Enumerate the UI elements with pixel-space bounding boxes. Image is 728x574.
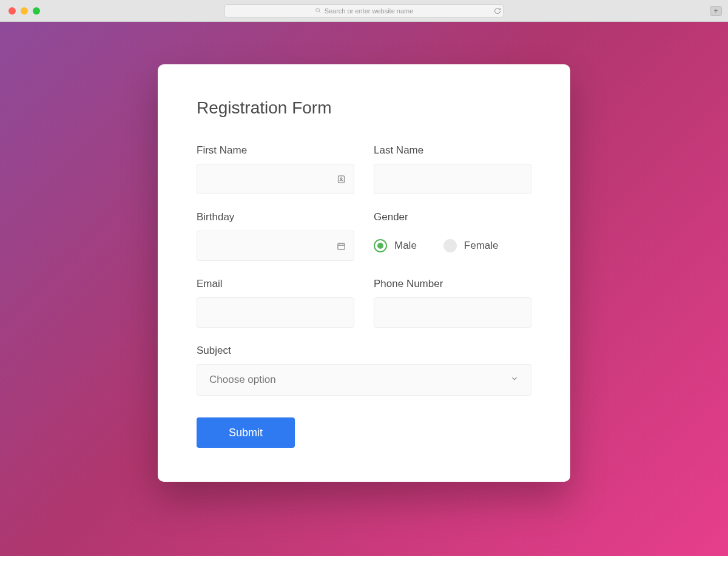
minimize-window-button[interactable] [21,7,28,15]
subject-field-group: Subject Choose option [197,345,531,396]
gender-female-label: Female [464,240,499,252]
submit-button[interactable]: Submit [197,417,295,448]
svg-rect-4 [337,243,344,249]
title-bar: Search or enter website name + [0,0,728,22]
close-window-button[interactable] [8,7,16,15]
calendar-icon[interactable] [336,241,346,251]
email-label: Email [197,278,354,290]
maximize-window-button[interactable] [33,7,40,15]
radio-checked-icon [374,239,387,252]
phone-field-group: Phone Number [374,278,531,328]
first-name-field-group: First Name [197,144,354,194]
phone-label: Phone Number [374,278,531,290]
traffic-lights [8,7,40,15]
first-name-input[interactable] [197,164,354,194]
new-tab-button[interactable]: + [710,6,722,16]
subject-selected-text: Choose option [209,374,276,386]
svg-point-0 [315,8,319,12]
gender-male-label: Male [394,240,417,252]
email-input[interactable] [197,297,354,328]
svg-line-1 [319,11,320,12]
address-placeholder: Search or enter website name [325,7,414,15]
refresh-icon[interactable] [493,6,502,16]
form-grid: First Name Last Name Birthday [197,144,531,396]
first-name-label: First Name [197,144,354,157]
phone-input[interactable] [374,297,531,328]
gender-female-radio[interactable]: Female [443,239,499,252]
gender-label: Gender [374,211,531,223]
birthday-field-group: Birthday [197,211,354,261]
form-title: Registration Form [197,98,531,118]
page-viewport: Registration Form First Name Last Name [0,22,728,574]
address-bar[interactable]: Search or enter website name [224,4,504,18]
chevron-down-icon [510,374,519,386]
last-name-input[interactable] [374,164,531,194]
svg-point-3 [340,177,342,179]
birthday-input[interactable] [197,231,354,261]
last-name-label: Last Name [374,144,531,157]
contact-card-icon [336,174,346,184]
birthday-label: Birthday [197,211,354,223]
registration-card: Registration Form First Name Last Name [158,64,570,482]
search-icon [315,7,321,15]
browser-window: Search or enter website name + Registrat… [0,0,728,574]
gender-radio-group: Male Female [374,231,531,261]
radio-unchecked-icon [443,239,457,252]
gender-male-radio[interactable]: Male [374,239,417,252]
email-field-group: Email [197,278,354,328]
subject-label: Subject [197,345,531,357]
last-name-field-group: Last Name [374,144,531,194]
gender-field-group: Gender Male Female [374,211,531,261]
subject-select[interactable]: Choose option [197,364,531,396]
